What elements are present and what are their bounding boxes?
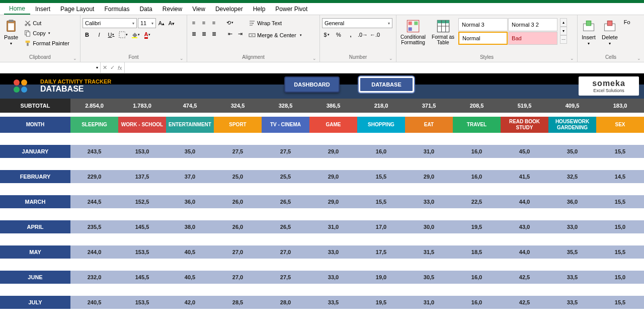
subtotal-cell[interactable]: 409,5 (548, 99, 596, 113)
month-cell[interactable]: JANUARY (0, 145, 70, 158)
data-cell[interactable]: 29,0 (405, 170, 453, 183)
align-bottom-button[interactable]: ≡ (209, 18, 218, 27)
data-cell[interactable]: 15,5 (357, 195, 405, 208)
format-painter-button[interactable]: Format Painter (22, 38, 71, 48)
indent-right-button[interactable]: ⇥ (235, 29, 245, 38)
data-cell[interactable]: 35,0 (166, 145, 214, 158)
data-cell[interactable]: 15,5 (596, 145, 644, 158)
data-cell[interactable]: 45,0 (501, 145, 548, 158)
data-cell[interactable]: 244,0 (70, 245, 118, 259)
data-cell[interactable]: 37,0 (166, 170, 214, 183)
subtotal-cell[interactable]: 1.783,0 (118, 99, 166, 113)
tab-view[interactable]: View (187, 4, 210, 14)
data-cell[interactable]: 33,5 (548, 271, 596, 284)
data-cell[interactable]: 29,0 (309, 195, 357, 208)
data-cell[interactable]: 15,5 (357, 170, 405, 183)
shrink-font-button[interactable]: A▾ (167, 19, 176, 28)
data-cell[interactable]: 22,5 (453, 195, 501, 208)
data-cell[interactable]: 33,5 (548, 296, 596, 309)
month-cell[interactable]: APRIL (0, 220, 70, 233)
data-cell[interactable]: 35,5 (548, 245, 596, 259)
data-cell[interactable]: 18,5 (453, 245, 501, 259)
data-cell[interactable]: 35,0 (548, 145, 596, 158)
data-cell[interactable]: 153,5 (118, 296, 166, 309)
align-left-button[interactable]: ≣ (189, 29, 198, 38)
tab-insert[interactable]: Insert (30, 4, 55, 14)
data-cell[interactable]: 16,0 (357, 145, 405, 158)
data-cell[interactable]: 137,5 (118, 170, 166, 183)
tab-powerpivot[interactable]: Power Pivot (270, 4, 312, 14)
data-cell[interactable]: 153,0 (118, 145, 166, 158)
data-cell[interactable]: 26,5 (262, 195, 309, 208)
style-scroll-more[interactable]: ⋯ (560, 35, 567, 44)
data-cell[interactable]: 17,5 (357, 245, 405, 259)
data-cell[interactable]: 243,5 (70, 145, 118, 158)
subtotal-cell[interactable]: 218,0 (357, 99, 405, 113)
subtotal-cell[interactable]: 2.854,0 (70, 99, 118, 113)
month-cell[interactable]: JUNE (0, 271, 70, 284)
wrap-text-button[interactable]: Wrap Text (247, 18, 304, 28)
data-cell[interactable]: 235,5 (70, 220, 118, 233)
data-cell[interactable]: 15,0 (596, 220, 644, 233)
month-cell[interactable]: JULY (0, 296, 70, 309)
data-cell[interactable]: 40,5 (166, 245, 214, 259)
data-cell[interactable]: 42,5 (501, 271, 548, 284)
subtotal-cell[interactable]: 386,5 (309, 99, 357, 113)
data-cell[interactable]: 42,5 (501, 296, 548, 309)
data-cell[interactable]: 15,5 (596, 195, 644, 208)
data-cell[interactable]: 38,0 (166, 220, 214, 233)
insert-cells-button[interactable]: Insert▾ (580, 18, 598, 47)
decrease-decimal-button[interactable]: ←.0 (370, 30, 379, 39)
style-normal3[interactable]: Normal 3 (458, 18, 508, 31)
data-cell[interactable]: 26,0 (214, 220, 262, 233)
data-cell[interactable]: 28,5 (214, 296, 262, 309)
data-cell[interactable]: 31,5 (405, 245, 453, 259)
data-cell[interactable]: 36,0 (548, 195, 596, 208)
subtotal-cell[interactable]: 474,5 (166, 99, 214, 113)
data-cell[interactable]: 25,5 (262, 170, 309, 183)
data-cell[interactable]: 27,5 (214, 145, 262, 158)
tab-pagelayout[interactable]: Page Layout (55, 4, 99, 14)
data-cell[interactable]: 27,5 (262, 271, 309, 284)
subtotal-cell[interactable]: 324,5 (214, 99, 262, 113)
font-color-button[interactable]: A (143, 30, 152, 39)
data-cell[interactable]: 19,5 (357, 296, 405, 309)
data-cell[interactable]: 232,0 (70, 271, 118, 284)
data-cell[interactable]: 30,0 (405, 220, 453, 233)
bold-button[interactable]: B (83, 30, 92, 39)
database-button[interactable]: DATABASE (359, 76, 414, 93)
month-cell[interactable]: MAY (0, 245, 70, 259)
format-cells-button[interactable]: Fo (622, 18, 632, 26)
data-cell[interactable]: 14,5 (596, 170, 644, 183)
data-cell[interactable]: 27,0 (214, 245, 262, 259)
number-format-select[interactable]: General (322, 18, 392, 28)
data-cell[interactable]: 31,0 (405, 145, 453, 158)
data-cell[interactable]: 25,0 (214, 170, 262, 183)
subtotal-cell[interactable]: 328,5 (262, 99, 309, 113)
subtotal-cell[interactable]: 208,5 (453, 99, 501, 113)
data-cell[interactable]: 145,5 (118, 271, 166, 284)
style-bad[interactable]: Bad (508, 32, 557, 45)
data-cell[interactable]: 44,0 (501, 245, 548, 259)
conditional-formatting-button[interactable]: Conditional Formatting (398, 18, 428, 46)
data-cell[interactable]: 27,5 (262, 145, 309, 158)
data-cell[interactable]: 43,0 (501, 220, 548, 233)
data-cell[interactable]: 15,0 (596, 271, 644, 284)
data-cell[interactable]: 40,5 (166, 271, 214, 284)
data-cell[interactable]: 240,5 (70, 296, 118, 309)
style-normal32[interactable]: Normal 3 2 (508, 18, 557, 31)
data-cell[interactable]: 33,0 (309, 271, 357, 284)
data-cell[interactable]: 42,0 (166, 296, 214, 309)
data-cell[interactable]: 31,0 (405, 296, 453, 309)
grow-font-button[interactable]: A▴ (157, 19, 166, 28)
data-cell[interactable]: 19,0 (357, 271, 405, 284)
name-box[interactable] (0, 62, 101, 73)
style-scroll-up[interactable]: ▴ (560, 18, 567, 27)
data-cell[interactable]: 26,0 (214, 195, 262, 208)
delete-cells-button[interactable]: Delete▾ (600, 18, 620, 47)
data-cell[interactable]: 16,0 (453, 271, 501, 284)
cut-button[interactable]: Cut (22, 18, 71, 28)
data-cell[interactable]: 19,5 (453, 220, 501, 233)
indent-left-button[interactable]: ⇤ (225, 29, 234, 38)
cancel-formula-button[interactable]: ✕ (103, 64, 107, 71)
